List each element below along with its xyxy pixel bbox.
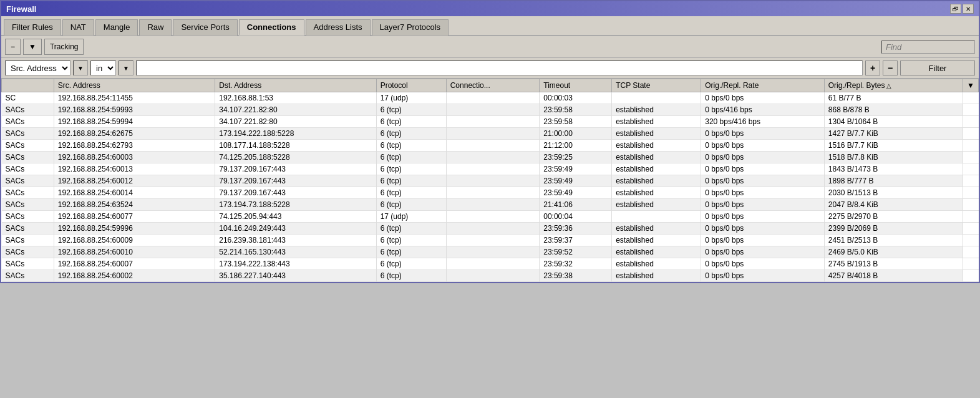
cell-tcp_state: established [612, 152, 701, 163]
cell-connection [446, 199, 540, 211]
tab-layer7-protocols[interactable]: Layer7 Protocols [372, 19, 449, 36]
restore-button[interactable]: 🗗 [950, 4, 961, 14]
table-row[interactable]: SACs192.168.88.254:6000374.125.205.188:5… [2, 152, 979, 163]
col-header-protocol[interactable]: Protocol [376, 79, 446, 92]
table-row[interactable]: SACs192.168.88.254:62675173.194.222.188:… [2, 128, 979, 140]
cell-orig_repl_bytes: 4257 B/4018 B [824, 270, 963, 282]
col-header-timeout[interactable]: Timeout [540, 79, 612, 92]
cell-tcp_state: established [612, 246, 701, 258]
cell-type: SACs [2, 140, 54, 152]
cell-protocol: 6 (tcp) [376, 187, 446, 199]
cell-dst_address: 173.194.73.188:5228 [215, 199, 376, 211]
table-row[interactable]: SACs192.168.88.254:6000235.186.227.140:4… [2, 270, 979, 282]
col-header-dst_address[interactable]: Dst. Address [215, 79, 376, 92]
cell-connection [446, 116, 540, 128]
table-row[interactable]: SACs192.168.88.254:63524173.194.73.188:5… [2, 199, 979, 211]
cell-dst_address: 79.137.209.167:443 [215, 187, 376, 199]
cell-tcp_state: established [612, 163, 701, 175]
cell-orig_repl_rate: 0 bps/0 bps [701, 211, 825, 223]
tab-raw[interactable]: Raw [139, 19, 172, 36]
cell-src_address: 192.168.88.254:60002 [54, 270, 215, 282]
cell-tcp_state: established [612, 199, 701, 211]
cell-connection [446, 223, 540, 235]
toolbar: − ▼ Tracking [1, 36, 979, 58]
table-row[interactable]: SACs192.168.88.254:59996104.16.249.249:4… [2, 223, 979, 235]
close-button[interactable]: ✕ [963, 4, 974, 14]
table-row[interactable]: SACs192.168.88.254:5999334.107.221.82:80… [2, 104, 979, 116]
filter-value-input[interactable]: 192.168.88.254 [136, 61, 863, 75]
table-row[interactable]: SACs192.168.88.254:6007774.125.205.94:44… [2, 211, 979, 223]
cell-connection [446, 235, 540, 246]
cell-timeout: 23:59:49 [540, 187, 612, 199]
filter-button[interactable]: ▼ [23, 39, 42, 55]
cell-orig_repl_bytes: 1518 B/7.8 KiB [824, 152, 963, 163]
find-input[interactable] [881, 41, 975, 54]
table-row[interactable]: SACs192.168.88.254:6001479.137.209.167:4… [2, 187, 979, 199]
cell-orig_repl_bytes: 2745 B/1913 B [824, 258, 963, 270]
cell-protocol: 6 (tcp) [376, 104, 446, 116]
cell-orig_repl_bytes: 1843 B/1473 B [824, 163, 963, 175]
cell-src_address: 192.168.88.254:59993 [54, 104, 215, 116]
cell-tcp_state: established [612, 187, 701, 199]
cell-protocol: 6 (tcp) [376, 152, 446, 163]
table-row[interactable]: SACs192.168.88.254:6001379.137.209.167:4… [2, 163, 979, 175]
filter-field-select[interactable]: Src. Address [5, 61, 70, 75]
tab-service-ports[interactable]: Service Ports [173, 19, 237, 36]
filter-apply-button[interactable]: Filter [900, 61, 975, 75]
table-body: SC192.168.88.254:11455192.168.88.1:5317 … [2, 92, 979, 282]
tracking-button[interactable]: Tracking [44, 39, 84, 55]
field-dropdown-arrow[interactable]: ▼ [73, 61, 88, 75]
col-header-tcp_state[interactable]: TCP State [612, 79, 701, 92]
cell-tcp_state: established [612, 128, 701, 140]
cell-dst_address: 192.168.88.1:53 [215, 92, 376, 104]
cell-type: SACs [2, 258, 54, 270]
filter-direction-select[interactable]: in [90, 61, 116, 75]
cell-dst_address: 79.137.209.167:443 [215, 163, 376, 175]
cell-orig_repl_rate: 0 bps/0 bps [701, 223, 825, 235]
cell-orig_repl_bytes: 2030 B/1513 B [824, 187, 963, 199]
filter-remove-button[interactable]: − [883, 61, 898, 75]
minus-button[interactable]: − [5, 39, 21, 55]
cell-protocol: 6 (tcp) [376, 140, 446, 152]
table-row[interactable]: SACs192.168.88.254:6001279.137.209.167:4… [2, 175, 979, 187]
col-header-orig_repl_rate[interactable]: Orig./Repl. Rate [701, 79, 825, 92]
cell-dst_address: 74.125.205.188:5228 [215, 152, 376, 163]
cell-tcp_state [612, 211, 701, 223]
tab-connections[interactable]: Connections [239, 19, 304, 36]
cell-timeout: 23:59:38 [540, 270, 612, 282]
tab-bar: Filter RulesNATMangleRawService PortsCon… [1, 16, 979, 36]
col-header-src_address[interactable]: Src. Address [54, 79, 215, 92]
cell-src_address: 192.168.88.254:62793 [54, 140, 215, 152]
cell-timeout: 00:00:04 [540, 211, 612, 223]
filter-add-button[interactable]: + [865, 61, 880, 75]
table-row[interactable]: SC192.168.88.254:11455192.168.88.1:5317 … [2, 92, 979, 104]
tab-nat[interactable]: NAT [62, 19, 94, 36]
table-row[interactable]: SACs192.168.88.254:6001052.214.165.130:4… [2, 246, 979, 258]
cell-orig_repl_bytes: 1898 B/777 B [824, 175, 963, 187]
tab-address-lists[interactable]: Address Lists [306, 19, 371, 36]
tab-filter-rules[interactable]: Filter Rules [4, 19, 61, 36]
table-row[interactable]: SACs192.168.88.254:60007173.194.222.138:… [2, 258, 979, 270]
cell-type: SACs [2, 116, 54, 128]
cell-tcp_state: established [612, 104, 701, 116]
table-row[interactable]: SACs192.168.88.254:5999434.107.221.82:80… [2, 116, 979, 128]
col-header-orig_repl_bytes[interactable]: Orig./Repl. Bytes [824, 79, 963, 92]
tab-mangle[interactable]: Mangle [95, 19, 138, 36]
cell-protocol: 6 (tcp) [376, 223, 446, 235]
cell-timeout: 21:00:00 [540, 128, 612, 140]
cell-src_address: 192.168.88.254:63524 [54, 199, 215, 211]
direction-dropdown-arrow[interactable]: ▼ [119, 61, 133, 75]
cell-src_address: 192.168.88.254:11455 [54, 92, 215, 104]
connections-table-container: Src. AddressDst. AddressProtocolConnecti… [1, 79, 979, 282]
cell-src_address: 192.168.88.254:62675 [54, 128, 215, 140]
cell-type: SACs [2, 163, 54, 175]
col-header-connection[interactable]: Connectio... [446, 79, 540, 92]
col-header-type[interactable] [2, 79, 54, 92]
cell-connection [446, 270, 540, 282]
cell-tcp_state: established [612, 116, 701, 128]
table-row[interactable]: SACs192.168.88.254:60009216.239.38.181:4… [2, 235, 979, 246]
cell-src_address: 192.168.88.254:60077 [54, 211, 215, 223]
table-row[interactable]: SACs192.168.88.254:62793108.177.14.188:5… [2, 140, 979, 152]
cell-orig_repl_rate: 0 bps/0 bps [701, 258, 825, 270]
cell-type: SACs [2, 104, 54, 116]
